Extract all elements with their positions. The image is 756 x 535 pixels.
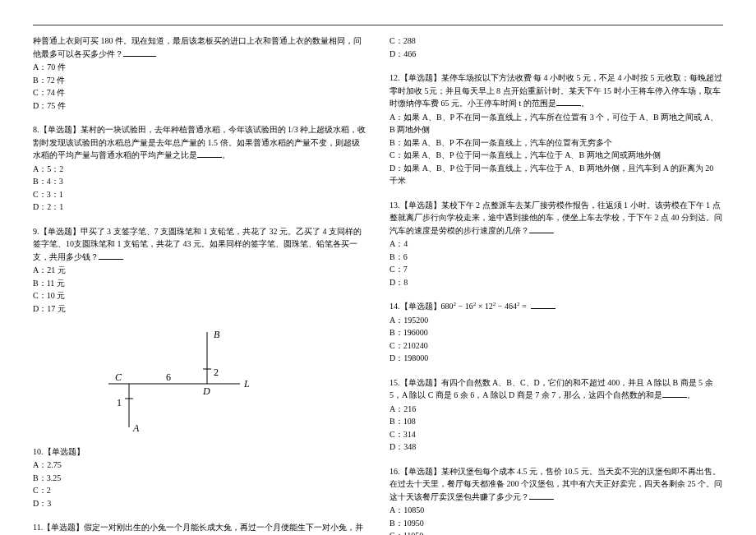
q9-opt-b: B：11 元 [33,277,366,290]
q8-opt-a: A：5：2 [33,163,366,176]
q15-opt-a: A：216 [390,403,723,416]
q12-stem: 12.【单选题】某停车场按以下方法收费 每 4 小时收 5 元，不足 4 小时按… [390,71,723,110]
q11-opt-d: D：466 [390,48,723,61]
q14-blank [531,301,555,309]
question-16: 16.【单选题】某种汉堡包每个成本 4.5 元，售价 10.5 元。当天卖不完的… [390,465,723,535]
q15-blank [662,390,687,398]
right-column: C：288 D：466 12.【单选题】某停车场按以下方法收费 每 4 小时收 … [390,35,723,519]
q10-stem: 10.【单选题】 [33,445,366,459]
q16-blank [529,491,554,500]
q10-opt-b: B：3.25 [33,472,366,485]
fig-label-a: A [132,422,140,433]
fig-label-6: 6 [166,371,171,383]
question-9: 9.【单选题】甲买了 3 支签字笔、7 支圆珠笔和 1 支铅笔，共花了 32 元… [33,225,366,316]
q7-opt-c: C：74 件 [33,86,366,99]
q16-opt-c: C：11050 [390,529,723,535]
page-columns: 种普通上衣则可买 180 件。现在知道，最后该老板买的进口上衣和普通上衣的数量相… [33,35,723,519]
q12-opt-b: B：如果 A、B、P 不在同一条直线上，汽车的位置有无穷多个 [390,136,723,150]
q10-opt-a: A：2.75 [33,459,366,472]
q12-opt-c: C：如果 A、B、P 位于同一条直线上，汽车位于 A、B 两地之间或两地外侧 [390,149,723,162]
fig-label-d: D [202,385,210,397]
q12-opt-d: D：如果 A、B、P 位于同一条直线上，汽车位于 A、B 两地外侧，且汽车到 A… [390,162,723,187]
q13-opt-c: C：7 [390,263,723,276]
fig-label-l: L [243,378,250,390]
q8-opt-b: B：4：3 [33,175,366,188]
q7-opt-a: A：70 件 [33,61,366,74]
question-10: 10.【单选题】 A：2.75 B：3.25 C：2 D：3 [33,445,366,510]
q10-opt-c: C：2 [33,484,366,497]
top-rule [33,25,723,25]
q12-blank [556,98,581,106]
q11-stem-text: 11.【单选题】假定一对刚出生的小兔一个月能长成大兔，再过一个月便能生下一对小兔… [33,523,363,535]
question-8: 8.【单选题】某村的一块试验田，去年种植普通水稻，今年该试验田的 1/3 种上超… [33,123,366,214]
q7-opt-b: B：72 件 [33,74,366,87]
fig-label-1: 1 [117,397,122,408]
q15-stem: 15.【单选题】有四个自然数 A、B、C、D，它们的和不超过 400，并且 A … [390,376,723,402]
q14-opt-d: D：198000 [390,352,723,365]
q13-blank [529,225,554,233]
q13-stem: 13.【单选题】某校下午 2 点整派车去某厂接劳模作报告，往返须 1 小时。该劳… [390,199,723,238]
q14-opt-c: C：210240 [390,339,723,353]
q9-opt-d: D：17 元 [33,302,366,316]
q11-opt-c: C：288 [390,35,723,48]
q9-stem-text: 9.【单选题】甲买了 3 支签字笔、7 支圆珠笔和 1 支铅笔，共花了 32 元… [33,227,362,261]
fig-label-2: 2 [214,367,219,378]
q16-stem-text: 16.【单选题】某种汉堡包每个成本 4.5 元，售价 10.5 元。当天卖不完的… [390,467,722,501]
q8-blank [197,150,222,158]
q13-stem-text: 13.【单选题】某校下午 2 点整派车去某厂接劳模作报告，往返须 1 小时。该劳… [390,201,722,235]
q9-blank [99,251,123,260]
q7-opt-d: D：75 件 [33,99,366,113]
question-13: 13.【单选题】某校下午 2 点整派车去某厂接劳模作报告，往返须 1 小时。该劳… [390,199,723,289]
q12-opt-a: A：如果 A、B、P 不在同一条直线上，汽车所在位置有 3 个，可位于 A、B … [390,111,723,136]
q11-stem: 11.【单选题】假定一对刚出生的小兔一个月能长成大兔，再过一个月便能生下一对小兔… [33,521,366,535]
q14-opt-b: B：196000 [390,326,723,339]
q9-stem: 9.【单选题】甲买了 3 支签字笔、7 支圆珠笔和 1 支铅笔，共花了 32 元… [33,225,366,264]
q15-opt-c: C：314 [390,428,723,441]
left-column: 种普通上衣则可买 180 件。现在知道，最后该老板买的进口上衣和普通上衣的数量相… [33,35,366,519]
q14-stem: 14.【单选题】6802 − 162 × 122 − 4642 = [390,300,723,313]
q14-opt-a: A：195200 [390,314,723,327]
q9-opt-c: C：10 元 [33,289,366,302]
q16-opt-a: A：10850 [390,504,723,517]
figure-svg: B 2 C 6 D L 1 A [100,326,256,433]
q13-opt-a: A：4 [390,238,723,251]
q9-opt-a: A：21 元 [33,264,366,277]
question-7-continued: 种普通上衣则可买 180 件。现在知道，最后该老板买的进口上衣和普通上衣的数量相… [33,35,366,112]
q14-prefix: 14.【单选题】 [390,302,441,311]
question-14: 14.【单选题】6802 − 162 × 122 − 4642 = A：1952… [390,300,723,365]
q8-opt-c: C：3：1 [33,188,366,201]
geometry-figure: B 2 C 6 D L 1 A [100,326,366,437]
question-11-continued: C：288 D：466 [390,35,723,60]
q13-opt-d: D：8 [390,276,723,289]
q14-formula: 6802 − 162 × 122 − 4642 = [441,302,527,311]
q8-stem: 8.【单选题】某村的一块试验田，去年种植普通水稻，今年该试验田的 1/3 种上超… [33,123,366,162]
q10-opt-d: D：3 [33,497,366,510]
q7-stem: 种普通上衣则可买 180 件。现在知道，最后该老板买的进口上衣和普通上衣的数量相… [33,35,366,60]
q15-opt-d: D：348 [390,440,723,454]
q13-opt-b: B：6 [390,251,723,264]
q16-stem: 16.【单选题】某种汉堡包每个成本 4.5 元，售价 10.5 元。当天卖不完的… [390,465,723,504]
q15-opt-b: B：108 [390,415,723,428]
q7-blank [123,48,156,57]
question-12: 12.【单选题】某停车场按以下方法收费 每 4 小时收 5 元，不足 4 小时按… [390,71,723,187]
fig-label-b: B [214,329,220,340]
q7-stem-text: 种普通上衣则可买 180 件。现在知道，最后该老板买的进口上衣和普通上衣的数量相… [33,36,362,58]
question-15: 15.【单选题】有四个自然数 A、B、C、D，它们的和不超过 400，并且 A … [390,376,723,454]
q16-opt-b: B：10950 [390,517,723,530]
fig-label-c: C [115,371,122,383]
q8-opt-d: D：2：1 [33,201,366,214]
question-11: 11.【单选题】假定一对刚出生的小兔一个月能长成大兔，再过一个月便能生下一对小兔… [33,521,366,535]
